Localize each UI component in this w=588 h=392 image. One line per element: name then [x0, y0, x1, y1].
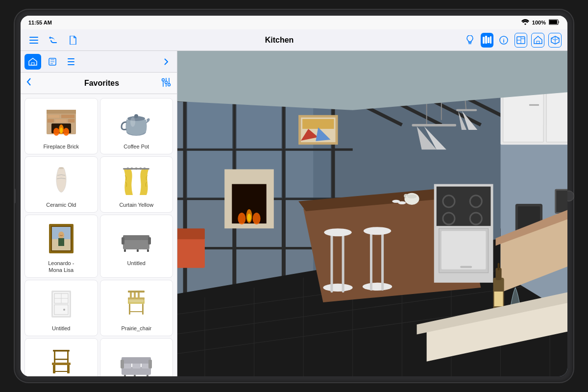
list-item[interactable]: Prairie_chair	[100, 280, 173, 336]
lightbulb-button[interactable]	[464, 33, 477, 48]
battery-icon	[549, 19, 560, 26]
list-item[interactable]: Ceramic Old	[24, 156, 98, 213]
svg-rect-191	[498, 263, 500, 270]
svg-rect-29	[68, 119, 74, 122]
list-item[interactable]: Chair_002	[24, 338, 98, 376]
svg-point-178	[238, 213, 245, 224]
svg-rect-5	[468, 42, 472, 43]
svg-rect-192	[494, 292, 503, 306]
document-button[interactable]	[66, 33, 80, 48]
sidebar-favorites-header: Favorites	[21, 73, 177, 94]
toolbar-more-button[interactable]	[159, 55, 173, 69]
svg-rect-84	[54, 371, 68, 372]
svg-rect-109	[235, 101, 283, 149]
svg-point-31	[53, 128, 59, 136]
tablet-frame: 11:55 AM 100%	[15, 10, 573, 382]
svg-rect-9	[488, 37, 490, 43]
svg-rect-73	[129, 299, 144, 302]
svg-point-181	[247, 214, 251, 221]
svg-text:i: i	[503, 38, 505, 44]
item-image	[42, 284, 81, 323]
svg-rect-182	[177, 238, 205, 268]
status-time: 11:55 AM	[28, 20, 52, 25]
info-button[interactable]: i	[497, 33, 511, 48]
svg-point-66	[63, 309, 65, 311]
sidebar-toolbar	[21, 51, 177, 73]
svg-rect-7	[483, 37, 485, 44]
library-button[interactable]	[481, 33, 494, 48]
undo-button[interactable]	[46, 33, 61, 48]
floorplan-button[interactable]	[514, 33, 528, 48]
tablet-screen: 11:55 AM 100%	[21, 16, 567, 376]
svg-point-37	[134, 114, 138, 118]
svg-point-20	[162, 78, 165, 81]
item-image	[42, 219, 81, 258]
svg-point-138	[323, 284, 352, 292]
svg-rect-26	[61, 115, 74, 118]
toolbar-home-tab[interactable]	[24, 54, 41, 70]
svg-rect-76	[129, 311, 144, 312]
svg-rect-1	[549, 20, 557, 24]
svg-rect-90	[121, 360, 124, 368]
svg-point-142	[363, 283, 392, 291]
svg-rect-82	[53, 365, 54, 373]
svg-rect-139	[330, 233, 333, 293]
svg-point-39	[59, 167, 64, 169]
item-label: Leonardo - Mona Lisa	[48, 260, 74, 273]
hamburger-button[interactable]	[26, 33, 41, 48]
svg-rect-51	[58, 238, 64, 246]
cube-button[interactable]	[548, 33, 562, 48]
item-label: Ceramic Old	[46, 202, 76, 208]
svg-rect-183	[177, 228, 205, 239]
list-item[interactable]: Fireplace Brick	[24, 98, 98, 154]
item-label: Untitled	[127, 260, 146, 267]
sidebar: Favorites	[21, 51, 177, 376]
svg-rect-186	[302, 119, 334, 129]
list-item[interactable]: Untitled	[24, 280, 98, 336]
side-button	[14, 189, 16, 203]
svg-rect-70	[138, 292, 140, 299]
item-image	[117, 102, 156, 142]
list-item[interactable]: Leonardo - Mona Lisa	[24, 215, 98, 277]
svg-rect-89	[122, 357, 151, 364]
toolbar-list-tab[interactable]	[64, 54, 80, 70]
svg-point-38	[130, 117, 135, 127]
svg-rect-54	[123, 235, 143, 240]
list-item[interactable]: Coffee Pot	[100, 98, 173, 154]
svg-rect-27	[48, 119, 54, 122]
svg-rect-113	[285, 150, 332, 198]
svg-rect-25	[48, 115, 60, 118]
svg-rect-80	[54, 359, 69, 360]
house-button[interactable]	[531, 33, 544, 48]
svg-rect-57	[122, 237, 124, 245]
svg-rect-94	[134, 375, 136, 376]
back-button[interactable]	[26, 78, 38, 88]
favorites-grid: Fireplace Brick	[21, 94, 177, 376]
svg-rect-83	[68, 365, 70, 373]
svg-rect-173	[456, 109, 477, 111]
item-label: Untitled	[52, 325, 70, 332]
svg-rect-3	[29, 40, 38, 41]
app-header: Kitchen	[21, 29, 567, 51]
favorites-title: Favorites	[42, 79, 161, 88]
svg-rect-60	[137, 249, 139, 252]
svg-point-145	[364, 227, 391, 235]
toolbar-pencil-tab[interactable]	[44, 54, 61, 70]
list-item[interactable]: Sofa3x_amazing	[100, 338, 173, 376]
list-item[interactable]: Untitled	[100, 215, 173, 277]
svg-rect-24	[47, 110, 76, 114]
svg-rect-68	[130, 292, 132, 299]
svg-rect-2	[29, 37, 38, 38]
header-title: Kitchen	[95, 36, 464, 45]
svg-rect-79	[53, 350, 70, 352]
filter-button[interactable]	[161, 78, 171, 89]
svg-point-180	[253, 213, 261, 224]
svg-rect-53	[123, 239, 143, 249]
list-item[interactable]: Curtain Yellow	[100, 156, 173, 213]
svg-rect-61	[147, 249, 149, 252]
svg-point-147	[407, 195, 416, 198]
svg-point-33	[63, 128, 69, 136]
svg-rect-144	[381, 232, 384, 291]
svg-point-21	[168, 83, 171, 86]
item-image	[42, 161, 81, 200]
